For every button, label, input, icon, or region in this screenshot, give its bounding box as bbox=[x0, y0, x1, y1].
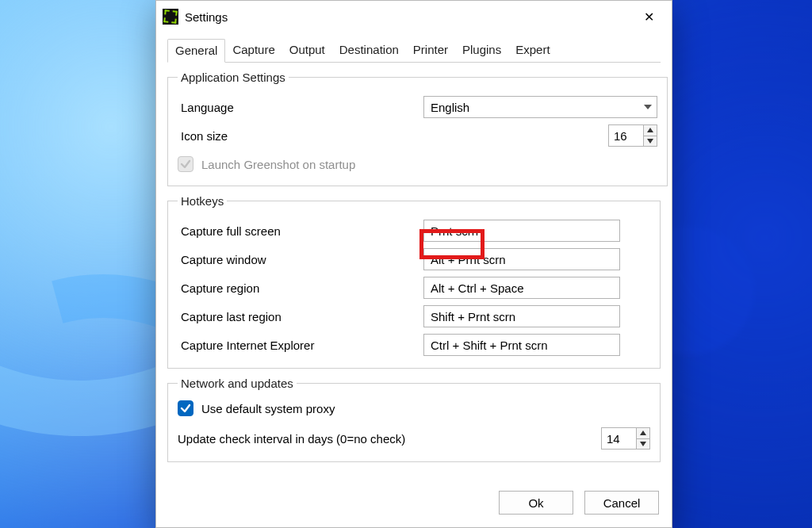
hotkey-input[interactable]: Alt + Prnt scrn bbox=[423, 248, 620, 270]
app-icon bbox=[163, 9, 178, 25]
icon-size-label: Icon size bbox=[178, 129, 423, 143]
tab-general[interactable]: General bbox=[167, 39, 225, 63]
tab-destination[interactable]: Destination bbox=[332, 39, 406, 62]
language-label: Language bbox=[178, 101, 423, 114]
update-interval-field[interactable] bbox=[601, 427, 636, 450]
use-default-proxy-checkbox[interactable] bbox=[178, 400, 193, 416]
desktop-background: Settings ✕ GeneralCaptureOutputDestinati… bbox=[0, 0, 812, 528]
group-legend: Hotkeys bbox=[178, 194, 227, 208]
tab-plugins[interactable]: Plugins bbox=[455, 39, 508, 62]
hotkey-value: Alt + Prnt scrn bbox=[431, 253, 506, 266]
dialog-footer: Ok Cancel bbox=[156, 486, 672, 527]
hotkey-input[interactable]: Shift + Prnt scrn bbox=[423, 305, 620, 327]
titlebar: Settings ✕ bbox=[156, 1, 672, 33]
group-legend: Network and updates bbox=[178, 377, 297, 390]
hotkey-row: Capture windowAlt + Prnt scrn bbox=[178, 247, 650, 271]
launch-on-startup-label: Launch Greenshot on startup bbox=[201, 158, 355, 171]
group-application-settings: Application Settings Language English Ic… bbox=[167, 71, 668, 186]
stepper-up-icon[interactable] bbox=[644, 125, 657, 136]
use-default-proxy-label: Use default system proxy bbox=[201, 402, 335, 415]
group-hotkeys: Hotkeys Capture full screenPrnt scrnCapt… bbox=[167, 194, 661, 369]
hotkey-label: Capture full screen bbox=[178, 224, 423, 238]
hotkey-label: Capture Internet Explorer bbox=[178, 339, 423, 352]
hotkey-value: Alt + Ctrl + Space bbox=[431, 281, 524, 295]
settings-window: Settings ✕ GeneralCaptureOutputDestinati… bbox=[155, 0, 672, 528]
close-icon: ✕ bbox=[644, 10, 654, 25]
cancel-button[interactable]: Cancel bbox=[584, 491, 659, 515]
hotkey-value: Shift + Prnt scrn bbox=[431, 310, 515, 323]
ok-button[interactable]: Ok bbox=[499, 491, 573, 515]
icon-size-stepper[interactable] bbox=[608, 124, 657, 147]
language-select[interactable]: English bbox=[423, 96, 657, 118]
hotkey-row: Capture last regionShift + Prnt scrn bbox=[178, 304, 650, 328]
hotkey-label: Capture last region bbox=[178, 310, 423, 323]
tab-printer[interactable]: Printer bbox=[406, 39, 455, 62]
language-value: English bbox=[431, 101, 469, 114]
chevron-down-icon bbox=[644, 103, 652, 111]
tab-expert[interactable]: Expert bbox=[508, 39, 557, 62]
tab-capture[interactable]: Capture bbox=[225, 39, 282, 62]
group-network-updates: Network and updates Use default system p… bbox=[167, 377, 661, 462]
tab-output[interactable]: Output bbox=[282, 39, 332, 62]
window-title: Settings bbox=[185, 10, 228, 24]
icon-size-field[interactable] bbox=[608, 124, 643, 147]
hotkey-row: Capture Internet ExplorerCtrl + Shift + … bbox=[178, 333, 650, 357]
stepper-up-icon[interactable] bbox=[637, 428, 649, 439]
update-interval-label: Update check interval in days (0=no chec… bbox=[178, 432, 405, 446]
stepper-down-icon[interactable] bbox=[637, 439, 649, 450]
hotkey-label: Capture region bbox=[178, 281, 423, 295]
hotkey-label: Capture window bbox=[178, 253, 423, 266]
update-interval-stepper[interactable] bbox=[601, 427, 650, 450]
hotkey-row: Capture full screenPrnt scrn bbox=[178, 219, 650, 243]
hotkey-value: Ctrl + Shift + Prnt scrn bbox=[431, 339, 548, 352]
launch-on-startup-checkbox bbox=[178, 156, 193, 172]
stepper-down-icon[interactable] bbox=[644, 136, 657, 147]
hotkey-value: Prnt scrn bbox=[431, 224, 478, 238]
hotkey-input[interactable]: Alt + Ctrl + Space bbox=[423, 277, 620, 299]
hotkey-row: Capture regionAlt + Ctrl + Space bbox=[178, 276, 650, 300]
close-button[interactable]: ✕ bbox=[630, 4, 667, 29]
group-legend: Application Settings bbox=[178, 71, 289, 84]
tabstrip: GeneralCaptureOutputDestinationPrinterPl… bbox=[167, 39, 661, 63]
hotkey-input[interactable]: Ctrl + Shift + Prnt scrn bbox=[423, 334, 620, 356]
hotkey-input[interactable]: Prnt scrn bbox=[423, 220, 620, 242]
